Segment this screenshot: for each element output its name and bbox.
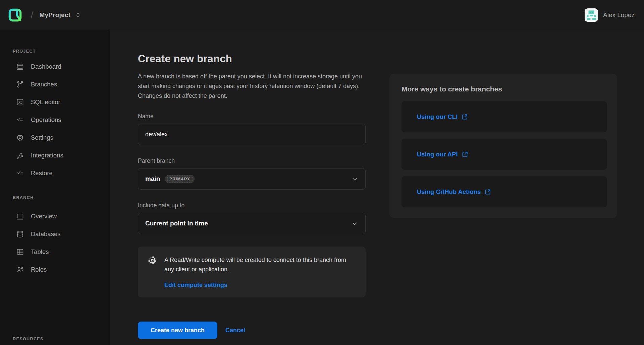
checklist-icon bbox=[16, 116, 24, 124]
external-link-icon bbox=[461, 114, 468, 120]
sidebar-section-project: PROJECT bbox=[13, 49, 110, 54]
sidebar-item-branches[interactable]: Branches bbox=[0, 75, 110, 93]
sidebar-item-integrations[interactable]: Integrations bbox=[0, 146, 110, 164]
sidebar-item-sql-editor[interactable]: SQL editor bbox=[0, 93, 110, 111]
edit-compute-settings-link[interactable]: Edit compute settings bbox=[164, 282, 227, 289]
users-icon bbox=[16, 266, 24, 274]
external-link-icon bbox=[484, 189, 491, 195]
sidebar-item-dashboard[interactable]: Dashboard bbox=[0, 58, 110, 75]
sidebar-section-branch: BRANCH bbox=[13, 195, 110, 200]
more-ways-title: More ways to create branches bbox=[401, 85, 607, 93]
top-bar: / MyProject Alex Lopez bbox=[0, 0, 644, 30]
breadcrumb-separator: / bbox=[31, 10, 34, 20]
gear-icon bbox=[16, 134, 24, 142]
parent-branch-field: Parent branch main PRIMARY bbox=[138, 157, 366, 190]
more-ways-panel: More ways to create branches Using our C… bbox=[389, 74, 617, 218]
chevron-up-down-icon bbox=[75, 12, 81, 18]
using-api-label: Using our API bbox=[417, 151, 458, 158]
github-actions-card[interactable]: Using GitHub Actions bbox=[401, 176, 607, 207]
sidebar-item-settings[interactable]: Settings bbox=[0, 129, 110, 146]
sidebar-item-label: Branches bbox=[31, 81, 57, 88]
cli-card[interactable]: Using our CLI bbox=[401, 101, 607, 132]
main-content: Create new branch A new branch is based … bbox=[110, 30, 644, 345]
sidebar-item-label: Roles bbox=[31, 266, 47, 273]
using-api-link[interactable]: Using our API bbox=[417, 151, 468, 158]
cpu-chip-icon bbox=[147, 255, 157, 289]
api-card[interactable]: Using our API bbox=[401, 139, 607, 170]
include-data-label: Include data up to bbox=[138, 202, 366, 209]
sidebar-item-roles[interactable]: Roles bbox=[0, 261, 110, 278]
using-github-actions-label: Using GitHub Actions bbox=[417, 188, 481, 196]
using-github-actions-link[interactable]: Using GitHub Actions bbox=[417, 188, 491, 196]
sidebar-section-resources: RESOURCES bbox=[13, 337, 110, 341]
primary-badge: PRIMARY bbox=[165, 175, 195, 183]
sidebar-item-label: Integrations bbox=[31, 152, 63, 159]
project-name: MyProject bbox=[40, 11, 71, 19]
include-data-value: Current point in time bbox=[145, 220, 208, 227]
create-branch-button[interactable]: Create new branch bbox=[138, 322, 217, 339]
using-cli-label: Using our CLI bbox=[417, 113, 458, 121]
integrations-icon bbox=[16, 151, 24, 159]
include-data-field: Include data up to Current point in time bbox=[138, 202, 366, 234]
name-label: Name bbox=[138, 113, 366, 120]
database-icon bbox=[16, 230, 24, 238]
user-menu[interactable]: Alex Lopez bbox=[585, 8, 644, 22]
sidebar-item-label: SQL editor bbox=[31, 98, 60, 106]
external-link-icon bbox=[462, 151, 468, 158]
include-data-select[interactable]: Current point in time bbox=[138, 213, 366, 234]
sidebar-item-label: Databases bbox=[31, 230, 60, 238]
sql-terminal-icon bbox=[16, 98, 24, 106]
sidebar-item-label: Restore bbox=[31, 169, 53, 177]
project-switcher[interactable]: MyProject bbox=[40, 11, 81, 19]
create-branch-form: Create new branch A new branch is based … bbox=[138, 53, 366, 339]
restore-checklist-icon bbox=[16, 169, 24, 177]
page-title: Create new branch bbox=[138, 53, 366, 65]
cancel-button[interactable]: Cancel bbox=[225, 327, 245, 334]
compute-info-box: A Read/Write compute will be created to … bbox=[138, 247, 366, 297]
sidebar-item-label: Settings bbox=[31, 134, 53, 141]
sidebar-item-tables[interactable]: Tables bbox=[0, 243, 110, 261]
compute-note-text: A Read/Write compute will be created to … bbox=[164, 255, 349, 274]
neon-logo-button[interactable] bbox=[0, 0, 30, 30]
chevron-down-icon bbox=[351, 176, 358, 183]
form-actions: Create new branch Cancel bbox=[138, 322, 366, 339]
sidebar-item-databases[interactable]: Databases bbox=[0, 225, 110, 243]
using-cli-link[interactable]: Using our CLI bbox=[417, 113, 468, 121]
git-branch-icon bbox=[16, 80, 24, 88]
overview-window-icon bbox=[16, 212, 24, 220]
parent-branch-select[interactable]: main PRIMARY bbox=[138, 168, 366, 190]
sidebar: PROJECT Dashboard Branches SQL editor Op… bbox=[0, 30, 110, 345]
user-name: Alex Lopez bbox=[603, 11, 635, 19]
sidebar-item-label: Dashboard bbox=[31, 63, 61, 70]
compute-info-content: A Read/Write compute will be created to … bbox=[164, 255, 349, 289]
sidebar-item-operations[interactable]: Operations bbox=[0, 111, 110, 129]
neon-logo-icon bbox=[8, 8, 22, 22]
user-avatar bbox=[585, 8, 598, 22]
parent-branch-label: Parent branch bbox=[138, 157, 366, 164]
branch-name-input[interactable] bbox=[138, 124, 366, 145]
parent-branch-value: main bbox=[145, 175, 160, 183]
sidebar-item-label: Overview bbox=[31, 213, 57, 220]
sidebar-item-label: Tables bbox=[31, 248, 49, 256]
page-description: A new branch is based off the parent you… bbox=[138, 72, 363, 101]
dashboard-icon bbox=[16, 63, 24, 71]
chevron-down-icon bbox=[351, 220, 358, 227]
name-field: Name bbox=[138, 113, 366, 145]
table-icon bbox=[16, 248, 24, 256]
sidebar-item-restore[interactable]: Restore bbox=[0, 164, 110, 182]
sidebar-item-label: Operations bbox=[31, 116, 61, 124]
sidebar-item-overview[interactable]: Overview bbox=[0, 207, 110, 225]
